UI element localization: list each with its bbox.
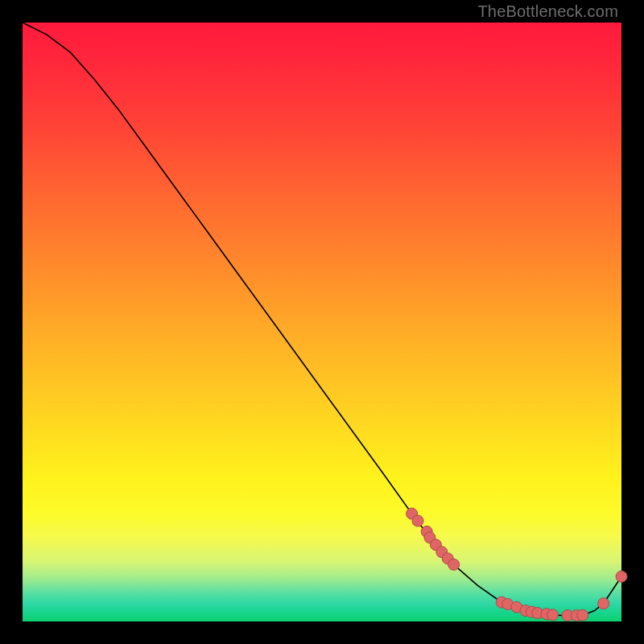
chart-marker <box>616 571 627 582</box>
chart-svg <box>23 23 621 621</box>
chart-marker <box>577 609 588 621</box>
watermark-text: TheBottleneck.com <box>477 2 618 21</box>
chart-marker <box>448 559 460 570</box>
chart-marker <box>412 515 423 526</box>
chart-marker <box>547 609 558 621</box>
chart-marker <box>598 598 609 609</box>
chart-plot-area <box>23 23 621 621</box>
chart-markers <box>407 508 627 621</box>
chart-curve <box>23 23 621 616</box>
